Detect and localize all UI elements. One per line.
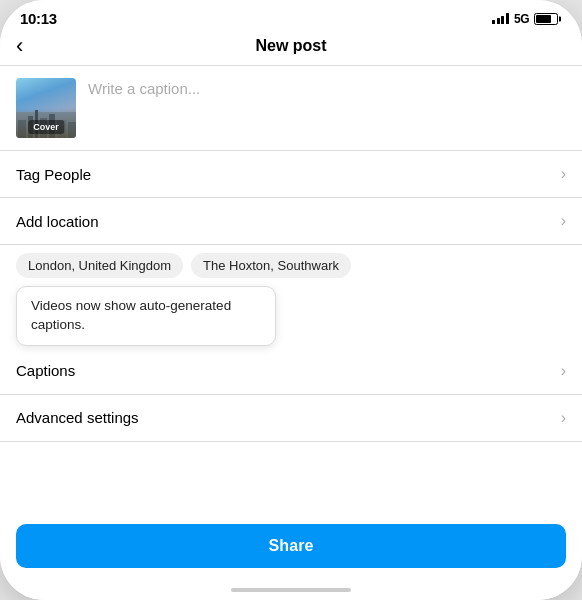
captions-chevron-icon: › — [561, 362, 566, 380]
nav-bar: ‹ New post — [0, 31, 582, 66]
network-indicator: 5G — [514, 12, 529, 26]
tooltip-bubble: Videos now show auto-generated captions. — [16, 286, 276, 346]
caption-input[interactable]: Write a caption... — [88, 78, 566, 97]
status-time: 10:13 — [20, 10, 57, 27]
advanced-settings-chevron-icon: › — [561, 409, 566, 427]
phone-screen: 10:13 5G ‹ New post — [0, 0, 582, 600]
location-chip-hoxton[interactable]: The Hoxton, Southwark — [191, 253, 351, 278]
status-bar: 10:13 5G — [0, 0, 582, 31]
advanced-settings-row[interactable]: Advanced settings › — [0, 395, 582, 442]
location-chip-london[interactable]: London, United Kingdom — [16, 253, 183, 278]
tag-people-chevron-icon: › — [561, 165, 566, 183]
page-title: New post — [255, 37, 326, 55]
location-chips-row: London, United Kingdom The Hoxton, South… — [0, 245, 582, 286]
home-indicator — [0, 588, 582, 600]
add-location-label: Add location — [16, 213, 99, 230]
home-bar — [231, 588, 351, 592]
tooltip-text: Videos now show auto-generated captions. — [31, 298, 231, 332]
captions-row[interactable]: Captions › — [0, 348, 582, 395]
tag-people-row[interactable]: Tag People › — [0, 151, 582, 198]
advanced-settings-label: Advanced settings — [16, 409, 139, 426]
share-button[interactable]: Share — [16, 524, 566, 568]
add-location-chevron-icon: › — [561, 212, 566, 230]
tooltip-container: Videos now show auto-generated captions. — [0, 286, 582, 346]
tag-people-label: Tag People — [16, 166, 91, 183]
captions-label: Captions — [16, 362, 75, 379]
status-icons: 5G — [492, 12, 558, 26]
back-button[interactable]: ‹ — [16, 35, 23, 57]
phone-frame: 10:13 5G ‹ New post — [0, 0, 582, 600]
signal-bars-icon — [492, 13, 509, 24]
add-location-row[interactable]: Add location › — [0, 198, 582, 245]
cover-label: Cover — [28, 120, 64, 134]
share-button-wrapper: Share — [0, 512, 582, 588]
content-area: Cover Write a caption... Tag People › Ad… — [0, 66, 582, 600]
post-thumbnail: Cover — [16, 78, 76, 138]
content-spacer — [0, 442, 582, 512]
battery-icon — [534, 13, 558, 25]
post-preview-row: Cover Write a caption... — [0, 66, 582, 151]
